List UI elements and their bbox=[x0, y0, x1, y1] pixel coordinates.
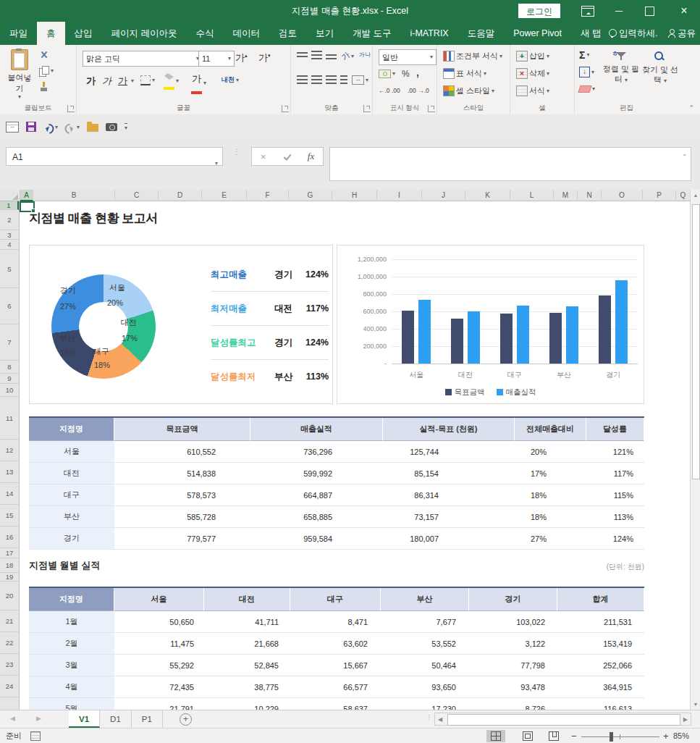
row-header-17[interactable]: 17 bbox=[0, 548, 19, 558]
tab-파일[interactable]: 파일 bbox=[0, 22, 37, 45]
tab-삽입[interactable]: 삽입 bbox=[65, 22, 102, 45]
close-button[interactable]: × bbox=[672, 0, 696, 22]
accounting-format-button[interactable]: ▾ bbox=[379, 70, 395, 78]
percent-style-button[interactable]: % bbox=[402, 69, 410, 79]
column-header-L[interactable]: L bbox=[510, 190, 554, 201]
sheet-tab-D1[interactable]: D1 bbox=[100, 710, 132, 728]
column-header-G[interactable]: G bbox=[289, 190, 332, 201]
table-cell[interactable]: 116,613 bbox=[557, 698, 644, 710]
table-cell[interactable]: 72,435 bbox=[114, 676, 204, 698]
column-header-H[interactable]: H bbox=[332, 190, 377, 201]
column-header-D[interactable]: D bbox=[159, 190, 202, 201]
merge-center-button[interactable]: ↔▾ bbox=[352, 75, 368, 85]
table-cell[interactable]: 8,471 bbox=[290, 611, 381, 633]
tab-Power Pivot[interactable]: Power Pivot bbox=[504, 22, 571, 45]
column-header-A[interactable]: A bbox=[20, 190, 33, 201]
table-cell[interactable]: 41,711 bbox=[204, 611, 290, 633]
cut-icon[interactable] bbox=[39, 51, 49, 60]
italic-button[interactable]: 가 bbox=[100, 74, 114, 88]
orientation-button[interactable]: 가▾ bbox=[342, 51, 354, 62]
tab-수식[interactable]: 수식 bbox=[186, 22, 223, 45]
bar-목표금액[interactable] bbox=[599, 295, 611, 364]
table-cell[interactable]: 124% bbox=[586, 528, 644, 550]
table-cell[interactable]: 736,296 bbox=[250, 441, 383, 463]
table-tool-icon[interactable]: ↔ bbox=[6, 122, 19, 133]
scroll-up-icon[interactable]: ▲ bbox=[691, 193, 700, 198]
table-cell[interactable]: 2월 bbox=[29, 633, 114, 655]
add-sheet-button[interactable]: + bbox=[180, 713, 192, 726]
column-header-J[interactable]: J bbox=[422, 190, 465, 201]
formula-input[interactable]: ⌃ bbox=[329, 147, 691, 181]
increase-decimal-button[interactable]: ←.0 .00 bbox=[379, 87, 400, 94]
sheet-nav-right-icon[interactable]: ▶ bbox=[36, 715, 41, 722]
table-cell[interactable]: 17,230 bbox=[381, 698, 469, 710]
cell-styles-button[interactable]: 셀 스타일▾ bbox=[443, 85, 494, 96]
column-header-O[interactable]: O bbox=[602, 190, 643, 201]
bar-매출실적[interactable] bbox=[468, 311, 480, 364]
format-cells-button[interactable]: 서식▾ bbox=[516, 85, 549, 96]
name-box[interactable]: A1▾ bbox=[6, 147, 223, 166]
table-cell[interactable]: 5월 bbox=[29, 698, 114, 710]
bar-매출실적[interactable] bbox=[566, 306, 578, 364]
table-cell[interactable]: 경기 bbox=[29, 528, 114, 550]
customize-qat-icon[interactable]: ▾ bbox=[125, 123, 127, 131]
page-break-view-button[interactable] bbox=[544, 730, 563, 742]
table-cell[interactable]: 252,066 bbox=[557, 655, 644, 676]
borders-button[interactable]: ▾ bbox=[140, 75, 155, 85]
column-header-K[interactable]: K bbox=[465, 190, 510, 201]
table-cell[interactable]: 578,573 bbox=[114, 484, 250, 506]
insert-function-icon[interactable]: fx bbox=[308, 151, 314, 162]
tab-새 탭[interactable]: 새 탭 bbox=[571, 22, 610, 45]
comma-style-button[interactable]: , bbox=[416, 67, 419, 78]
zoom-level[interactable]: 85% bbox=[673, 731, 689, 740]
format-painter-icon[interactable] bbox=[39, 82, 48, 92]
row-header-13[interactable]: 13 bbox=[0, 461, 19, 483]
vertical-scrollbar[interactable]: ▲ ▼ bbox=[690, 190, 700, 710]
table-cell[interactable]: 63,602 bbox=[290, 633, 381, 655]
row-header-7[interactable]: 7 bbox=[0, 324, 19, 361]
table-cell[interactable]: 4월 bbox=[29, 676, 114, 698]
column-header-Q[interactable]: Q bbox=[676, 190, 691, 201]
row-header-22[interactable]: 22 bbox=[0, 632, 19, 654]
conditional-formatting-button[interactable]: 조건부 서식▾ bbox=[443, 51, 502, 62]
copy-button[interactable]: ▾ bbox=[39, 66, 54, 76]
align-top-icon[interactable] bbox=[297, 52, 308, 58]
shrink-font-button[interactable]: 가▾ bbox=[256, 51, 273, 65]
table-cell[interactable]: 58,637 bbox=[290, 698, 381, 710]
align-right-icon[interactable] bbox=[326, 75, 337, 84]
table-cell[interactable]: 121% bbox=[586, 441, 644, 463]
tab-보기[interactable]: 보기 bbox=[306, 22, 343, 45]
undo-button[interactable]: ▾ bbox=[43, 123, 58, 130]
table-cell[interactable]: 211,531 bbox=[557, 611, 644, 633]
table-cell[interactable]: 대구 bbox=[29, 484, 114, 506]
table-cell[interactable]: 8,726 bbox=[469, 698, 557, 710]
horizontal-scrollbar[interactable]: ◀ ▶ bbox=[434, 713, 691, 726]
row-header-24[interactable]: 24 bbox=[0, 676, 19, 697]
decrease-decimal-button[interactable]: .00 →.0 bbox=[408, 87, 429, 94]
table-cell[interactable]: 50,464 bbox=[381, 655, 469, 676]
row-header-16[interactable]: 16 bbox=[0, 526, 19, 548]
table-cell[interactable]: 17% bbox=[515, 463, 586, 484]
table-cell[interactable]: 514,838 bbox=[114, 463, 250, 484]
bar-목표금액[interactable] bbox=[500, 314, 513, 364]
zoom-slider[interactable] bbox=[581, 736, 659, 737]
row-header-4[interactable]: 4 bbox=[0, 240, 19, 250]
table-cell[interactable]: 7,677 bbox=[381, 611, 469, 633]
table-cell[interactable]: 115% bbox=[586, 484, 644, 506]
camera-icon[interactable] bbox=[106, 123, 117, 131]
row-header-1[interactable]: 1 bbox=[0, 201, 19, 210]
page-layout-view-button[interactable] bbox=[518, 730, 537, 742]
minimize-button[interactable]: ─ bbox=[607, 0, 631, 22]
number-format-select[interactable]: 일반▾ bbox=[379, 49, 437, 65]
table-cell[interactable]: 15,667 bbox=[290, 655, 381, 676]
scroll-left-icon[interactable]: ◀ bbox=[438, 716, 442, 723]
maximize-button[interactable] bbox=[645, 7, 654, 16]
delete-cells-button[interactable]: ×삭제▾ bbox=[516, 68, 549, 79]
table-cell[interactable]: 55,292 bbox=[114, 655, 204, 676]
expand-formula-bar-icon[interactable]: ⌃ bbox=[682, 154, 687, 160]
macro-record-icon[interactable] bbox=[30, 731, 41, 741]
table-cell[interactable]: 52,845 bbox=[204, 655, 290, 676]
redo-button[interactable]: ▾ bbox=[65, 123, 80, 130]
align-middle-icon[interactable] bbox=[311, 51, 322, 59]
column-header-N[interactable]: N bbox=[578, 190, 602, 201]
